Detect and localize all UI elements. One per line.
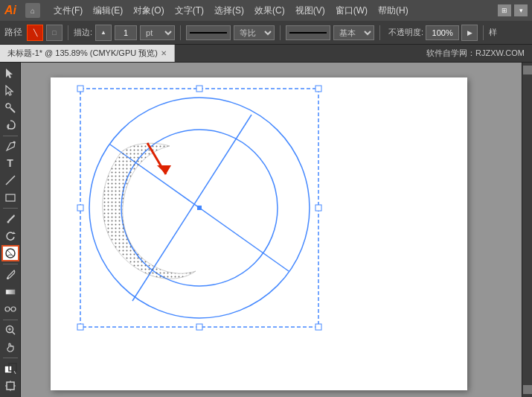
main-layout: T	[0, 63, 532, 397]
home-icon[interactable]: ⌂	[25, 3, 40, 18]
opacity-section: 不透明度: ▶	[388, 25, 478, 41]
svg-rect-40	[315, 324, 321, 330]
menu-select[interactable]: 选择(S)	[210, 3, 249, 19]
tool-artboard[interactable]	[1, 378, 19, 394]
stroke-color-box[interactable]: ╲	[27, 25, 43, 41]
svg-rect-16	[6, 290, 15, 294]
window-controls: ⊞ ▾	[498, 4, 528, 16]
toolbar: 路径 ╲ □ 描边: ▲ pt px mm 等比 基本 不透明度: ▶ 样	[0, 21, 532, 45]
tool-hand[interactable]	[1, 339, 19, 355]
menu-edit[interactable]: 编辑(E)	[89, 3, 127, 19]
svg-rect-38	[77, 324, 83, 330]
tab-label: 未标题-1* @ 135.89% (CMYK/GPU 预览)	[7, 48, 158, 59]
tool-direct-selection[interactable]	[1, 83, 19, 99]
toolbar-sep-3	[280, 25, 281, 40]
svg-rect-33	[77, 86, 83, 92]
stroke-label: 描边:	[74, 27, 92, 38]
opacity-arrow-right[interactable]: ▶	[461, 25, 478, 41]
menu-bar: 文件(F) 编辑(E) 对象(O) 文字(T) 选择(S) 效果(C) 视图(V…	[49, 3, 413, 19]
scroll-down-button[interactable]	[523, 385, 532, 394]
tool-line[interactable]	[1, 172, 19, 188]
svg-point-11	[7, 220, 9, 223]
tool-sep-2	[3, 208, 18, 209]
opacity-input[interactable]	[426, 25, 459, 40]
tool-pen[interactable]	[1, 138, 19, 154]
tool-type[interactable]: T	[1, 155, 19, 171]
svg-rect-36	[77, 205, 83, 211]
svg-rect-35	[315, 86, 321, 92]
stroke-style-preview[interactable]	[186, 25, 231, 40]
left-toolbar: T	[0, 63, 21, 397]
style-label: 样	[489, 27, 497, 38]
right-panel	[522, 63, 532, 397]
toolbar-sep-5	[483, 25, 484, 40]
tool-sep-4	[3, 320, 18, 320]
tool-magic-wand[interactable]	[1, 100, 19, 116]
tool-sep-3	[3, 264, 18, 264]
svg-rect-27	[7, 382, 14, 390]
tool-sep-5	[3, 358, 18, 358]
opacity-label: 不透明度:	[388, 27, 423, 38]
chevron-down-icon[interactable]: ▾	[514, 4, 528, 16]
document-tab[interactable]: 未标题-1* @ 135.89% (CMYK/GPU 预览) ✕	[0, 45, 175, 62]
svg-point-8	[13, 142, 15, 144]
stroke-style-select[interactable]: 基本	[333, 25, 374, 40]
tool-lasso[interactable]	[1, 117, 19, 133]
menu-text[interactable]: 文字(T)	[170, 3, 208, 19]
canvas-drawing	[51, 77, 467, 390]
titlebar: Ai ⌂ 文件(F) 编辑(E) 对象(O) 文字(T) 选择(S) 效果(C)…	[0, 0, 532, 21]
tool-paintbrush[interactable]	[1, 211, 19, 227]
toolbar-sep-4	[379, 25, 380, 40]
svg-rect-39	[196, 324, 202, 330]
svg-rect-24	[4, 366, 12, 373]
menu-window[interactable]: 窗口(W)	[331, 3, 372, 19]
canvas-artboard	[51, 77, 467, 390]
path-label: 路径	[4, 26, 22, 39]
tool-rotate[interactable]	[1, 228, 19, 244]
menu-file[interactable]: 文件(F)	[49, 3, 87, 19]
menu-effect[interactable]: 效果(C)	[250, 3, 289, 19]
stroke-value-input[interactable]	[115, 25, 137, 40]
svg-point-17	[5, 307, 10, 311]
svg-point-15	[7, 277, 9, 279]
stroke-type-select[interactable]: 等比	[234, 25, 275, 40]
fill-color-box[interactable]: □	[46, 25, 63, 41]
tool-zoom[interactable]	[1, 322, 19, 338]
svg-line-2	[10, 108, 15, 112]
svg-line-9	[6, 176, 15, 185]
tool-sep-1	[3, 136, 18, 136]
svg-rect-37	[315, 205, 321, 211]
stroke-up-icon[interactable]: ▲	[95, 25, 112, 41]
canvas-area[interactable]	[21, 63, 522, 397]
svg-marker-12	[13, 232, 16, 234]
menu-view[interactable]: 视图(V)	[291, 3, 330, 19]
svg-rect-34	[196, 86, 202, 92]
grid-icon[interactable]: ⊞	[498, 4, 511, 16]
stroke-unit-select[interactable]: pt px mm	[140, 25, 175, 40]
tabbar: 未标题-1* @ 135.89% (CMYK/GPU 预览) ✕ 软件自学网：R…	[0, 45, 532, 63]
tool-selection[interactable]	[1, 66, 19, 82]
scroll-up-button[interactable]	[523, 66, 532, 74]
tool-fill-stroke[interactable]	[1, 361, 19, 377]
menu-object[interactable]: 对象(O)	[129, 3, 168, 19]
ai-logo: Ai	[4, 4, 16, 17]
tool-shape[interactable]	[1, 189, 19, 206]
stroke-basic-preview[interactable]	[286, 25, 330, 40]
website-label: 软件自学网：RJZXW.COM	[419, 45, 532, 62]
tool-blend[interactable]	[1, 301, 19, 317]
svg-point-18	[11, 307, 16, 311]
svg-rect-10	[6, 194, 15, 201]
toolbar-sep-1	[68, 25, 68, 40]
svg-marker-0	[6, 69, 13, 78]
toolbar-sep-2	[180, 25, 181, 40]
tab-close-button[interactable]: ✕	[161, 49, 167, 57]
menu-help[interactable]: 帮助(H)	[374, 3, 413, 19]
tool-eraser[interactable]	[1, 245, 19, 261]
tool-eyedropper[interactable]	[1, 267, 19, 283]
svg-marker-1	[6, 86, 13, 95]
svg-line-21	[12, 332, 15, 335]
tool-gradient[interactable]	[1, 284, 19, 300]
